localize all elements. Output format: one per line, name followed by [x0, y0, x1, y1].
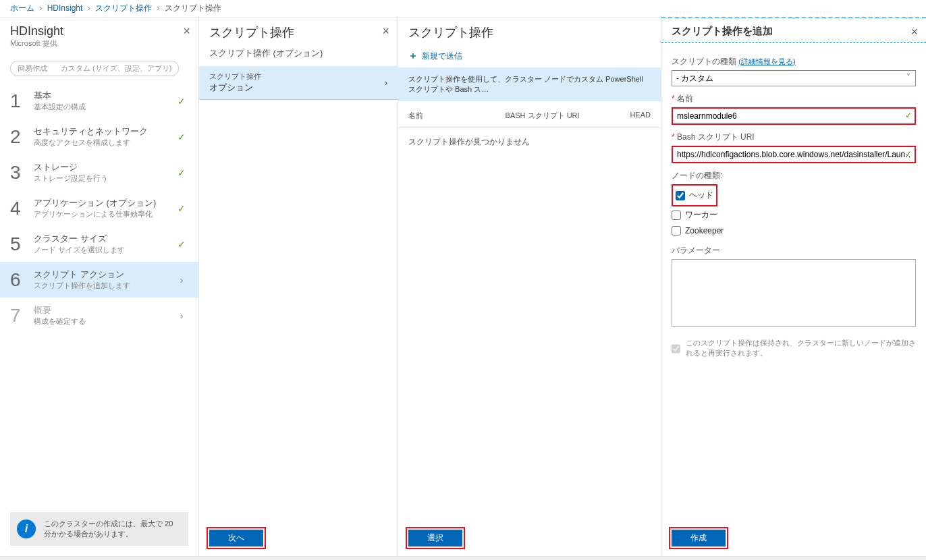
next-button[interactable]: 次へ — [209, 530, 263, 547]
check-icon: ✓ — [905, 111, 912, 120]
label-node-type: ノードの種類: — [672, 170, 916, 181]
toggle-quick[interactable]: 簡易作成 — [11, 61, 54, 76]
checkbox-head[interactable]: ヘッド — [676, 187, 713, 204]
section-label: スクリプト操作 (オプション) — [199, 45, 398, 66]
close-icon[interactable]: × — [183, 24, 190, 38]
create-button[interactable]: 作成 — [672, 530, 726, 547]
blade-hdinsight: HDInsight Microsoft 提供 × 簡易作成 カスタム (サイズ、… — [0, 18, 199, 556]
chevron-right-icon: › — [385, 78, 387, 88]
name-input[interactable] — [672, 107, 916, 125]
breadcrumb: ホーム › HDInsight › スクリプト操作 › スクリプト操作 — [0, 0, 926, 18]
script-type-select[interactable]: - カスタム — [672, 70, 916, 86]
breadcrumb-current: スクリプト操作 — [165, 3, 221, 13]
checkbox-worker[interactable]: ワーカー — [672, 206, 916, 223]
step-summary[interactable]: 7 概要 構成を確定する › — [0, 298, 198, 333]
blade-script-list: スクリプト操作 ＋ 新規で送信 スクリプト操作を使用して、クラスター ノードでカ… — [398, 18, 661, 556]
blade-add-script: スクリプト操作を追加 × スクリプトの種類 (詳細情報を見る) - カスタム *… — [661, 18, 926, 556]
label-script-type: スクリプトの種類 (詳細情報を見る) — [672, 56, 916, 67]
label-uri: * Bash スクリプト URI — [672, 132, 916, 143]
check-icon: ✓ — [175, 239, 188, 250]
info-banner: スクリプト操作を使用して、クラスター ノードでカスタム PowerShell ス… — [398, 67, 661, 101]
status-bar — [0, 556, 926, 560]
plus-icon: ＋ — [408, 50, 418, 62]
check-icon: ✓ — [175, 167, 188, 178]
option-script-action[interactable]: スクリプト操作 オプション › — [199, 66, 398, 100]
label-parameter: パラメーター — [672, 245, 916, 256]
step-security[interactable]: 2 セキュリティとネットワーク 高度なアクセスを構成します ✓ — [0, 119, 198, 155]
select-button[interactable]: 選択 — [408, 530, 462, 547]
submit-new-button[interactable]: ＋ 新規で送信 — [398, 45, 661, 67]
chevron-right-icon: › — [175, 310, 188, 321]
step-storage[interactable]: 3 ストレージ ストレージ設定を行う ✓ — [0, 155, 198, 190]
breadcrumb-home[interactable]: ホーム — [10, 3, 34, 13]
persist-checkbox-row[interactable]: このスクリプト操作は保持され、クラスターに新しいノードが追加されると再実行されま… — [672, 338, 916, 358]
blade-script-options: スクリプト操作 × スクリプト操作 (オプション) スクリプト操作 オプション … — [199, 18, 398, 556]
info-icon: i — [17, 520, 36, 538]
check-icon: ✓ — [175, 203, 188, 214]
table-header: 名前 BASH スクリプト URI HEAD — [398, 101, 661, 128]
breadcrumb-script-ops[interactable]: スクリプト操作 — [95, 3, 152, 13]
blade-title: スクリプト操作 — [408, 24, 651, 40]
checkbox-zookeeper[interactable]: Zookeeper — [672, 223, 916, 238]
label-name: * 名前 — [672, 93, 916, 105]
blade-title: スクリプト操作を追加 — [672, 25, 916, 38]
breadcrumb-hdinsight[interactable]: HDInsight — [47, 3, 83, 13]
close-icon[interactable]: × — [382, 24, 389, 38]
uri-input[interactable] — [672, 146, 916, 163]
check-icon: ✓ — [175, 96, 188, 107]
page-title: HDInsight — [10, 24, 188, 38]
step-cluster-size[interactable]: 5 クラスター サイズ ノード サイズを選択します ✓ — [0, 226, 198, 262]
empty-state: スクリプト操作が見つかりません — [398, 128, 661, 156]
toggle-custom[interactable]: カスタム (サイズ、設定、アプリ) — [54, 61, 178, 76]
blade-title: スクリプト操作 — [209, 24, 387, 40]
close-icon[interactable]: × — [910, 25, 918, 39]
create-mode-toggle[interactable]: 簡易作成 カスタム (サイズ、設定、アプリ) — [10, 61, 179, 76]
step-applications[interactable]: 4 アプリケーション (オプション) アプリケーションによる仕事効率化 ✓ — [0, 190, 198, 226]
info-text: このクラスターの作成には、最大で 20 分かかる場合があります。 — [44, 519, 182, 539]
more-info-link[interactable]: (詳細情報を見る) — [738, 57, 795, 65]
info-box: i このクラスターの作成には、最大で 20 分かかる場合があります。 — [10, 512, 188, 546]
check-icon: ✓ — [175, 132, 188, 142]
step-basics[interactable]: 1 基本 基本設定の構成 ✓ — [0, 83, 198, 119]
step-script-actions[interactable]: 6 スクリプト アクション スクリプト操作を追加します › — [0, 262, 198, 298]
page-subtitle: Microsoft 提供 — [10, 38, 188, 49]
parameter-input[interactable] — [672, 259, 916, 327]
chevron-right-icon: › — [175, 275, 188, 285]
check-icon: ✓ — [905, 149, 912, 159]
